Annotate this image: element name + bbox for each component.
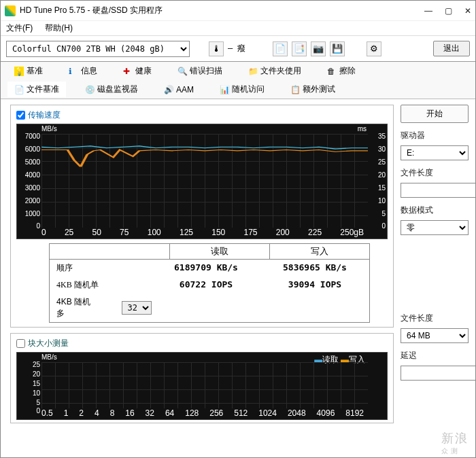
tab-errorscan[interactable]: 🔍错误扫描 [171,63,229,79]
delay-label: 延迟 [401,350,469,362]
app-icon [5,5,16,16]
file-length-select-2[interactable]: 64 MB [401,328,469,343]
tab-random[interactable]: 📊随机访问 [213,82,271,97]
tab-erase[interactable]: 🗑擦除 [320,63,362,79]
4k-multi-write [260,296,369,319]
maximize-button[interactable]: ▢ [445,6,452,16]
tab-benchmark[interactable]: 💡基准 [7,63,50,79]
row-4k-single-label: 4KB 随机单 [50,279,152,291]
chart-lines [41,134,368,228]
watermark: 新浪众测 [441,430,469,456]
x-axis-2: 0.512481632 641282565121024204840968192 [17,407,387,419]
seq-read: 6189709 KB/s [152,262,260,274]
content-area: 传输速度 MB/s ms 70006000 50004000 30002000 … [1,99,475,431]
queue-depth-select[interactable]: 32 [122,301,152,315]
x-axis-1: 0255075100125 150175200225250gB [17,226,387,239]
row-4k-multi-label: 4KB 随机多 32 [50,296,152,319]
seq-write: 5836965 KB/s [260,262,369,274]
tab-folder[interactable]: 📁文件夹使用 [241,63,308,79]
result-table: 读取 写入 顺序 6189709 KB/s 5836965 KB/s 4KB 随… [49,243,370,323]
side-panel: 开始 驱动器 E: 文件长度 ▲▼ MB 数据模式 零 文件长度 64 MB 延… [401,105,469,429]
tabs-row-1: 💡基准 ℹ信息 ✚健康 🔍错误扫描 📁文件夹使用 🗑擦除 [1,62,475,80]
4k-multi-read [152,296,260,319]
block-size-label: 块大小测量 [28,338,69,349]
menubar: 文件(F) 帮助(H) [1,21,475,36]
close-button[interactable]: ✕ [464,6,471,16]
delay-input[interactable] [401,366,476,381]
driver-label: 驱动器 [401,130,469,141]
block-size-panel: 块大小测量 MB/s ▬读取 ▬写入 2520 1510 50 0.512481… [10,333,394,423]
y-left-unit: MB/s [41,125,57,133]
file-length-input-1[interactable] [401,183,476,198]
drive-select[interactable]: Colorful CN700 2TB WH (2048 gB) [6,41,190,57]
start-button[interactable]: 开始 [401,105,469,123]
save-icon[interactable]: 💾 [330,41,345,56]
tabs-row-2: 📄文件基准 💿磁盘监视器 🔊AAM 📊随机访问 📋额外测试 [1,80,475,99]
4k-single-read: 60722 IOPS [152,279,260,291]
y-right-unit: ms [358,125,367,133]
settings-icon[interactable]: ⚙ [367,41,381,56]
block-size-chart: MB/s ▬读取 ▬写入 2520 1510 50 0.512481632 64… [16,352,388,420]
screenshot-icon[interactable]: 📷 [311,41,326,56]
col-write: 写入 [270,244,369,259]
copy2-icon[interactable]: 📑 [292,41,307,56]
col-read: 读取 [170,244,270,259]
file-length-label-1: 文件长度 [401,167,469,179]
transfer-rate-chart: MB/s ms 70006000 50004000 30002000 10000… [16,124,388,239]
tab-info[interactable]: ℹ信息 [62,63,104,79]
y2-unit: MB/s [41,353,57,361]
temperature-icon[interactable]: 🌡 [209,41,224,56]
transfer-rate-checkbox[interactable] [16,111,25,120]
temp-value: — 癈 [228,43,245,54]
tab-extra[interactable]: 📋额外测试 [284,82,342,97]
tab-file-benchmark[interactable]: 📄文件基准 [7,82,66,97]
transfer-rate-panel: 传输速度 MB/s ms 70006000 50004000 30002000 … [10,105,394,328]
menu-help[interactable]: 帮助(H) [45,22,73,34]
menu-file[interactable]: 文件(F) [6,22,33,34]
driver-select[interactable]: E: [401,145,469,160]
file-length-label-2: 文件长度 [401,313,469,324]
row-seq-label: 顺序 [50,262,152,274]
window-title: HD Tune Pro 5.75 - 硬盘/SSD 实用程序 [20,5,163,16]
exit-button[interactable]: 退出 [433,41,470,56]
data-mode-select[interactable]: 零 [401,220,469,235]
transfer-rate-label: 传输速度 [28,109,61,121]
toolbar: Colorful CN700 2TB WH (2048 gB) 🌡 — 癈 📄 … [1,36,475,62]
minimize-button[interactable]: — [424,6,432,16]
tab-health[interactable]: ✚健康 [116,63,158,79]
copy-icon[interactable]: 📄 [273,41,288,56]
titlebar: HD Tune Pro 5.75 - 硬盘/SSD 实用程序 — ▢ ✕ [1,1,475,21]
4k-single-write: 39094 IOPS [260,279,369,291]
tab-aam[interactable]: 🔊AAM [157,82,201,97]
tab-monitor[interactable]: 💿磁盘监视器 [78,82,145,97]
block-size-checkbox[interactable] [16,339,25,348]
data-mode-label: 数据模式 [401,205,469,216]
